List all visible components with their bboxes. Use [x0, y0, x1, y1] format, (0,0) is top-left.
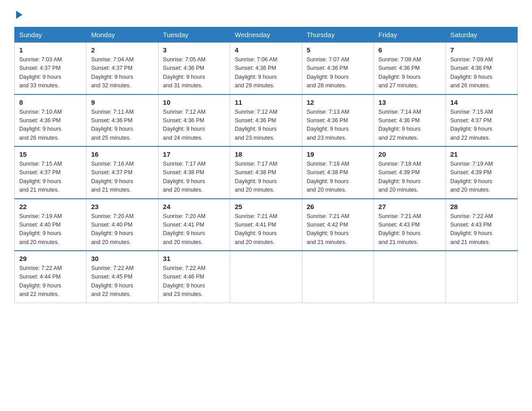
- day-number: 20: [378, 150, 441, 158]
- day-number: 18: [235, 150, 297, 158]
- calendar-cell: 5Sunrise: 7:07 AMSunset: 4:36 PMDaylight…: [302, 43, 373, 94]
- calendar-cell: 25Sunrise: 7:21 AMSunset: 4:41 PMDayligh…: [230, 199, 302, 251]
- calendar-cell: 28Sunrise: 7:22 AMSunset: 4:43 PMDayligh…: [446, 199, 517, 251]
- day-number: 5: [307, 46, 369, 54]
- day-number: 8: [19, 98, 82, 106]
- day-number: 15: [19, 150, 82, 158]
- day-info: Sunrise: 7:11 AMSunset: 4:36 PMDaylight:…: [91, 108, 153, 143]
- calendar-cell: 31Sunrise: 7:22 AMSunset: 4:46 PMDayligh…: [158, 251, 230, 303]
- day-number: 10: [163, 98, 225, 106]
- day-info: Sunrise: 7:16 AMSunset: 4:37 PMDaylight:…: [91, 160, 153, 195]
- calendar-cell: 20Sunrise: 7:18 AMSunset: 4:39 PMDayligh…: [374, 146, 446, 199]
- day-number: 13: [378, 98, 441, 106]
- day-info: Sunrise: 7:14 AMSunset: 4:36 PMDaylight:…: [378, 108, 441, 143]
- day-number: 3: [163, 46, 225, 54]
- calendar-cell: 29Sunrise: 7:22 AMSunset: 4:44 PMDayligh…: [15, 251, 86, 303]
- weekday-header-sunday: Sunday: [15, 27, 86, 43]
- calendar-table: SundayMondayTuesdayWednesdayThursdayFrid…: [14, 27, 518, 303]
- day-info: Sunrise: 7:18 AMSunset: 4:38 PMDaylight:…: [307, 160, 369, 195]
- day-info: Sunrise: 7:22 AMSunset: 4:45 PMDaylight:…: [91, 264, 153, 299]
- day-info: Sunrise: 7:05 AMSunset: 4:36 PMDaylight:…: [163, 56, 225, 90]
- calendar-cell: 19Sunrise: 7:18 AMSunset: 4:38 PMDayligh…: [302, 146, 373, 199]
- day-number: 6: [378, 46, 441, 54]
- day-number: 7: [450, 46, 513, 54]
- day-info: Sunrise: 7:20 AMSunset: 4:40 PMDaylight:…: [91, 212, 153, 247]
- logo: [14, 13, 22, 18]
- day-info: Sunrise: 7:17 AMSunset: 4:38 PMDaylight:…: [235, 160, 297, 195]
- day-info: Sunrise: 7:07 AMSunset: 4:36 PMDaylight:…: [307, 56, 369, 90]
- day-number: 23: [91, 203, 153, 210]
- day-number: 14: [450, 98, 513, 106]
- calendar-cell: 23Sunrise: 7:20 AMSunset: 4:40 PMDayligh…: [86, 199, 158, 251]
- calendar-cell: 12Sunrise: 7:13 AMSunset: 4:36 PMDayligh…: [302, 94, 373, 147]
- weekday-header-thursday: Thursday: [302, 27, 373, 43]
- day-number: 28: [450, 203, 513, 210]
- week-row-1: 1Sunrise: 7:03 AMSunset: 4:37 PMDaylight…: [15, 43, 518, 94]
- calendar-cell: 6Sunrise: 7:08 AMSunset: 4:36 PMDaylight…: [374, 43, 446, 94]
- day-info: Sunrise: 7:19 AMSunset: 4:40 PMDaylight:…: [19, 212, 82, 247]
- week-row-5: 29Sunrise: 7:22 AMSunset: 4:44 PMDayligh…: [15, 251, 518, 303]
- weekday-header-monday: Monday: [86, 27, 158, 43]
- calendar-cell: 21Sunrise: 7:19 AMSunset: 4:39 PMDayligh…: [446, 146, 517, 199]
- day-number: 25: [235, 203, 297, 210]
- day-info: Sunrise: 7:22 AMSunset: 4:44 PMDaylight:…: [19, 264, 82, 299]
- day-info: Sunrise: 7:12 AMSunset: 4:36 PMDaylight:…: [235, 108, 297, 143]
- logo-flag-icon: [16, 11, 22, 19]
- calendar-cell: [374, 251, 446, 303]
- day-number: 2: [91, 46, 153, 54]
- calendar-cell: [446, 251, 517, 303]
- calendar-cell: 1Sunrise: 7:03 AMSunset: 4:37 PMDaylight…: [15, 43, 86, 94]
- calendar-cell: 27Sunrise: 7:21 AMSunset: 4:43 PMDayligh…: [374, 199, 446, 251]
- weekday-header-wednesday: Wednesday: [230, 27, 302, 43]
- weekday-header-row: SundayMondayTuesdayWednesdayThursdayFrid…: [15, 27, 518, 43]
- weekday-header-friday: Friday: [374, 27, 446, 43]
- day-number: 9: [91, 98, 153, 106]
- calendar-cell: 7Sunrise: 7:09 AMSunset: 4:36 PMDaylight…: [446, 43, 517, 94]
- day-number: 17: [163, 150, 225, 158]
- day-info: Sunrise: 7:15 AMSunset: 4:37 PMDaylight:…: [450, 108, 513, 143]
- day-info: Sunrise: 7:08 AMSunset: 4:36 PMDaylight:…: [378, 56, 441, 90]
- day-number: 19: [307, 150, 369, 158]
- day-info: Sunrise: 7:17 AMSunset: 4:38 PMDaylight:…: [163, 160, 225, 195]
- day-info: Sunrise: 7:12 AMSunset: 4:36 PMDaylight:…: [163, 108, 225, 143]
- day-number: 16: [91, 150, 153, 158]
- calendar-cell: 22Sunrise: 7:19 AMSunset: 4:40 PMDayligh…: [15, 199, 86, 251]
- calendar-cell: 14Sunrise: 7:15 AMSunset: 4:37 PMDayligh…: [446, 94, 517, 147]
- calendar-cell: 10Sunrise: 7:12 AMSunset: 4:36 PMDayligh…: [158, 94, 230, 147]
- day-info: Sunrise: 7:18 AMSunset: 4:39 PMDaylight:…: [378, 160, 441, 195]
- day-info: Sunrise: 7:09 AMSunset: 4:36 PMDaylight:…: [450, 56, 513, 90]
- day-number: 11: [235, 98, 297, 106]
- calendar-cell: 11Sunrise: 7:12 AMSunset: 4:36 PMDayligh…: [230, 94, 302, 147]
- day-info: Sunrise: 7:22 AMSunset: 4:46 PMDaylight:…: [163, 264, 225, 299]
- page-header: [14, 11, 518, 18]
- calendar-cell: 4Sunrise: 7:06 AMSunset: 4:36 PMDaylight…: [230, 43, 302, 94]
- day-number: 31: [163, 255, 225, 262]
- day-info: Sunrise: 7:03 AMSunset: 4:37 PMDaylight:…: [19, 56, 82, 90]
- day-number: 26: [307, 203, 369, 210]
- calendar-cell: 15Sunrise: 7:15 AMSunset: 4:37 PMDayligh…: [15, 146, 86, 199]
- calendar-cell: 30Sunrise: 7:22 AMSunset: 4:45 PMDayligh…: [86, 251, 158, 303]
- day-info: Sunrise: 7:06 AMSunset: 4:36 PMDaylight:…: [235, 56, 297, 90]
- day-number: 22: [19, 203, 82, 210]
- day-info: Sunrise: 7:21 AMSunset: 4:42 PMDaylight:…: [307, 212, 369, 247]
- day-number: 1: [19, 46, 82, 54]
- week-row-3: 15Sunrise: 7:15 AMSunset: 4:37 PMDayligh…: [15, 146, 518, 199]
- calendar-cell: 8Sunrise: 7:10 AMSunset: 4:36 PMDaylight…: [15, 94, 86, 147]
- day-info: Sunrise: 7:22 AMSunset: 4:43 PMDaylight:…: [450, 212, 513, 247]
- day-info: Sunrise: 7:04 AMSunset: 4:37 PMDaylight:…: [91, 56, 153, 90]
- day-info: Sunrise: 7:10 AMSunset: 4:36 PMDaylight:…: [19, 108, 82, 143]
- calendar-cell: [230, 251, 302, 303]
- calendar-cell: [302, 251, 373, 303]
- calendar-cell: 13Sunrise: 7:14 AMSunset: 4:36 PMDayligh…: [374, 94, 446, 147]
- day-info: Sunrise: 7:20 AMSunset: 4:41 PMDaylight:…: [163, 212, 225, 247]
- calendar-cell: 24Sunrise: 7:20 AMSunset: 4:41 PMDayligh…: [158, 199, 230, 251]
- day-number: 29: [19, 255, 82, 262]
- weekday-header-tuesday: Tuesday: [158, 27, 230, 43]
- day-number: 4: [235, 46, 297, 54]
- calendar-cell: 18Sunrise: 7:17 AMSunset: 4:38 PMDayligh…: [230, 146, 302, 199]
- week-row-4: 22Sunrise: 7:19 AMSunset: 4:40 PMDayligh…: [15, 199, 518, 251]
- calendar-cell: 17Sunrise: 7:17 AMSunset: 4:38 PMDayligh…: [158, 146, 230, 199]
- calendar-cell: 2Sunrise: 7:04 AMSunset: 4:37 PMDaylight…: [86, 43, 158, 94]
- day-info: Sunrise: 7:19 AMSunset: 4:39 PMDaylight:…: [450, 160, 513, 195]
- day-number: 24: [163, 203, 225, 210]
